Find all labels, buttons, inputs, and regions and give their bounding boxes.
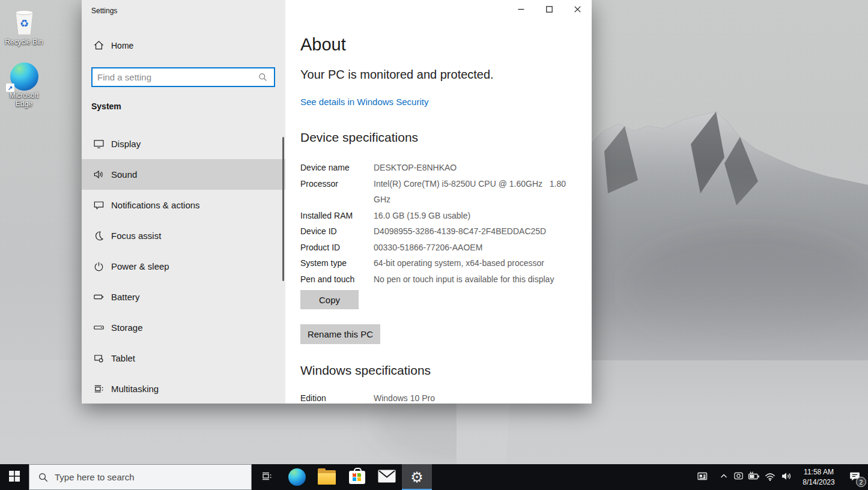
device-specifications-title: Device specifications: [300, 130, 418, 145]
sidebar-item-power-sleep[interactable]: Power & sleep: [82, 251, 285, 282]
close-button[interactable]: [563, 0, 592, 19]
desktop-icon-label: Recycle Bin: [1, 38, 47, 47]
taskbar-search-placeholder: Type here to search: [55, 472, 135, 482]
sidebar-item-home[interactable]: Home: [91, 40, 133, 51]
task-view-icon: [261, 470, 273, 485]
sidebar-item-display[interactable]: Display: [82, 129, 285, 159]
focus-assist-icon: [93, 230, 105, 241]
taskbar-clock[interactable]: 11:58 AM 8/14/2023: [796, 464, 842, 490]
system-tray: 11:58 AM 8/14/2023 2: [689, 464, 868, 490]
edge-icon: [288, 468, 306, 486]
maximize-icon: [546, 4, 553, 15]
sidebar-item-sound[interactable]: Sound: [82, 159, 285, 190]
storage-icon: [93, 322, 105, 333]
chevron-up-icon: [720, 472, 728, 483]
tray-wifi-button[interactable]: [762, 464, 778, 490]
start-icon: [9, 471, 20, 484]
window-controls: [507, 0, 592, 19]
task-view-button[interactable]: [252, 464, 282, 490]
speaker-icon: [781, 471, 793, 484]
desktop-icon-recycle-bin[interactable]: ♻ Recycle Bin: [1, 7, 47, 47]
desktop-icon-label: Microsoft Edge: [1, 92, 47, 109]
minimize-button[interactable]: [507, 0, 535, 19]
settings-content: About Your PC is monitored and protected…: [285, 0, 592, 404]
device-specs-table: Device name DESKTOP-E8NHKAO Processor In…: [300, 160, 572, 287]
copy-button[interactable]: Copy: [300, 290, 359, 309]
windows-specs-table: Edition Windows 10 Pro: [300, 390, 572, 404]
svg-text:♻: ♻: [19, 18, 28, 29]
window-title: Settings: [91, 7, 117, 15]
spec-row-system-type: System type 64-bit operating system, x64…: [300, 255, 572, 271]
news-icon: [696, 470, 709, 485]
maximize-button[interactable]: [535, 0, 563, 19]
sound-icon: [93, 169, 105, 180]
settings-window: Settings Home System Display: [82, 0, 592, 404]
spec-row-installed-ram: Installed RAM 16.0 GB (15.9 GB usable): [300, 208, 572, 224]
sidebar-nav: Display Sound Notifications & actions Fo…: [82, 129, 285, 404]
sidebar-item-multitasking[interactable]: Multitasking: [82, 374, 285, 404]
rename-pc-button[interactable]: Rename this PC: [300, 324, 380, 344]
taskbar-store-button[interactable]: [342, 464, 372, 490]
windows-security-link[interactable]: See details in Windows Security: [300, 97, 428, 107]
sidebar-section-label: System: [91, 101, 121, 111]
start-button[interactable]: [0, 464, 29, 490]
tray-volume-button[interactable]: [778, 464, 796, 490]
sidebar-item-battery[interactable]: Battery: [82, 282, 285, 312]
multitasking-icon: [93, 383, 105, 395]
settings-gear-icon: ⚙: [410, 470, 423, 485]
spec-row-pen-touch: Pen and touch No pen or touch input is a…: [300, 271, 572, 288]
settings-sidebar: Settings Home System Display: [82, 0, 285, 404]
desktop-icon-microsoft-edge[interactable]: ↗ Microsoft Edge: [1, 62, 47, 109]
notification-count-badge: 2: [856, 477, 866, 487]
spec-row-edition: Edition Windows 10 Pro: [300, 390, 572, 404]
security-status-heading: Your PC is monitored and protected.: [300, 68, 494, 82]
battery-charging-icon: [748, 470, 760, 484]
windows-specifications-title: Windows specifications: [300, 363, 431, 378]
tablet-icon: [93, 352, 105, 364]
taskbar: Type here to search ⚙: [0, 464, 868, 490]
power-icon: [93, 261, 105, 272]
mail-icon: [378, 470, 396, 485]
search-icon: [258, 72, 268, 82]
spec-row-product-id: Product ID 00330-51866-77206-AAOEM: [300, 240, 572, 256]
battery-icon: [93, 291, 105, 303]
taskbar-edge-button[interactable]: [282, 464, 312, 490]
home-icon: [93, 40, 105, 51]
tray-battery-button[interactable]: [746, 464, 762, 490]
shortcut-arrow-icon: ↗: [6, 83, 14, 92]
settings-search-input[interactable]: [93, 72, 258, 82]
recycle-bin-icon: ♻: [1, 7, 47, 37]
search-icon: [38, 472, 49, 483]
sidebar-item-notifications[interactable]: Notifications & actions: [82, 190, 285, 220]
spec-row-device-id: Device ID D4098955-3286-4139-8C47-2F4BED…: [300, 223, 572, 240]
sidebar-item-storage[interactable]: Storage: [82, 312, 285, 343]
taskbar-mail-button[interactable]: [372, 464, 402, 490]
news-interests-button[interactable]: [689, 464, 717, 490]
sidebar-scrollbar[interactable]: [282, 137, 284, 281]
spec-row-device-name: Device name DESKTOP-E8NHKAO: [300, 160, 572, 176]
tray-overflow-button[interactable]: [717, 464, 731, 490]
display-icon: [93, 138, 105, 150]
sidebar-home-label: Home: [111, 41, 133, 50]
clock-time: 11:58 AM: [804, 467, 834, 477]
camera-icon: [733, 470, 744, 484]
taskbar-search-box[interactable]: Type here to search: [29, 464, 252, 490]
clock-date: 8/14/2023: [803, 477, 834, 487]
taskbar-file-explorer-button[interactable]: [312, 464, 342, 490]
settings-search-box[interactable]: [91, 67, 275, 87]
sidebar-item-focus-assist[interactable]: Focus assist: [82, 220, 285, 251]
store-icon: [349, 471, 365, 484]
tray-camera-button[interactable]: [731, 464, 746, 490]
taskbar-settings-button[interactable]: ⚙: [402, 464, 432, 490]
notifications-icon: [93, 199, 105, 211]
sidebar-item-tablet[interactable]: Tablet: [82, 343, 285, 374]
close-icon: [574, 4, 581, 15]
spec-row-processor: Processor Intel(R) Core(TM) i5-8250U CPU…: [300, 176, 572, 208]
wifi-icon: [764, 471, 776, 484]
minimize-icon: [518, 4, 524, 15]
file-explorer-icon: [318, 470, 336, 485]
notification-center-button[interactable]: 2: [842, 464, 868, 490]
page-title: About: [300, 35, 346, 55]
